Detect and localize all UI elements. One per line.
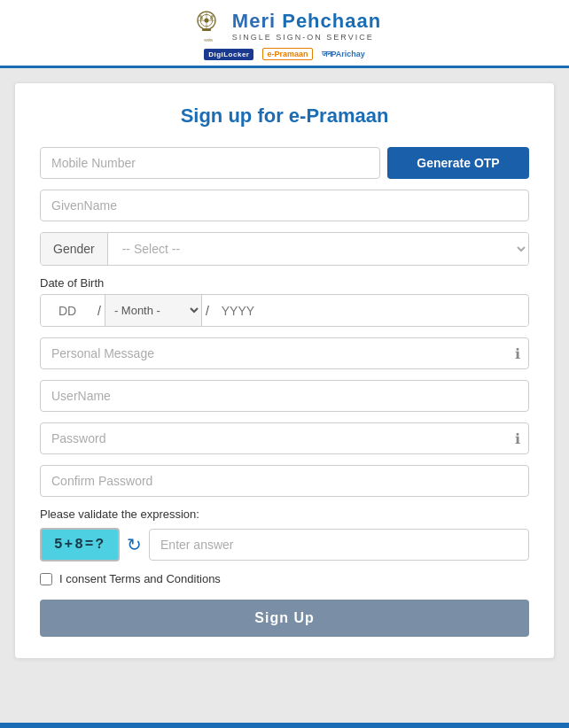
mobile-input[interactable] bbox=[40, 147, 380, 179]
captcha-image: 5+8=? bbox=[40, 528, 120, 561]
personal-message-row: ℹ bbox=[40, 337, 529, 369]
page-title: Sign up for e-Pramaan bbox=[40, 105, 529, 128]
gender-group: Gender -- Select -- Male Female Other bbox=[40, 232, 529, 266]
logo-area: सत्यमेव Meri Pehchaan Single Sign-On Ser… bbox=[188, 7, 381, 60]
gender-label: Gender bbox=[41, 233, 108, 265]
dob-separator-1: / bbox=[94, 296, 105, 326]
consent-row: I consent Terms and Conditions bbox=[40, 572, 529, 585]
dob-label: Date of Birth bbox=[40, 276, 529, 290]
username-input[interactable] bbox=[40, 380, 529, 412]
captcha-answer-input[interactable] bbox=[149, 529, 529, 561]
svg-rect-7 bbox=[202, 28, 211, 31]
dob-year-input[interactable] bbox=[213, 296, 528, 326]
signup-card: Sign up for e-Pramaan Generate OTP Gende… bbox=[14, 82, 555, 659]
gender-row: Gender -- Select -- Male Female Other bbox=[40, 232, 529, 266]
brand-subtitle: Single Sign-On Service bbox=[232, 33, 374, 42]
dob-separator-2: / bbox=[202, 296, 213, 326]
brand-part2: Pehchaan bbox=[282, 10, 381, 32]
consent-label: I consent Terms and Conditions bbox=[59, 572, 221, 585]
mobile-input-group: Generate OTP bbox=[40, 147, 529, 179]
epramaan-logo: e-Pramaan bbox=[262, 48, 312, 60]
bottom-bar bbox=[0, 723, 569, 728]
password-input[interactable] bbox=[40, 422, 529, 454]
generate-otp-button[interactable]: Generate OTP bbox=[387, 147, 529, 179]
title-brand: e-Pramaan bbox=[289, 105, 389, 127]
brand-part1: Meri bbox=[232, 10, 282, 32]
captcha-label: Please validate the expression: bbox=[40, 507, 529, 521]
given-name-row bbox=[40, 190, 529, 221]
partner-logos: DigiLocker e-Pramaan जनPArichay bbox=[204, 48, 365, 60]
gender-select[interactable]: -- Select -- Male Female Other bbox=[108, 233, 528, 265]
janparichay-logo: जनPArichay bbox=[322, 50, 365, 59]
confirm-password-input[interactable] bbox=[40, 465, 529, 497]
password-info-icon[interactable]: ℹ bbox=[515, 430, 520, 447]
emblem-icon: सत्यमेव bbox=[188, 7, 225, 44]
brand-text: Meri Pehchaan Single Sign-On Service bbox=[232, 10, 381, 42]
confirm-password-row bbox=[40, 465, 529, 497]
dob-group: / - Month - January February March April… bbox=[40, 294, 529, 327]
refresh-captcha-icon[interactable]: ↻ bbox=[127, 534, 142, 555]
brand-title: Meri Pehchaan bbox=[232, 10, 381, 33]
username-row bbox=[40, 380, 529, 412]
title-prefix: Sign up for bbox=[181, 105, 284, 127]
personal-message-info-icon[interactable]: ℹ bbox=[515, 345, 520, 362]
password-group: ℹ bbox=[40, 422, 529, 454]
header-top: सत्यमेव Meri Pehchaan Single Sign-On Ser… bbox=[188, 7, 381, 44]
given-name-input[interactable] bbox=[40, 190, 529, 221]
header: सत्यमेव Meri Pehchaan Single Sign-On Ser… bbox=[0, 0, 569, 68]
signup-button[interactable]: Sign Up bbox=[40, 600, 529, 637]
personal-message-input[interactable] bbox=[40, 337, 529, 369]
dob-row: Date of Birth / - Month - January Februa… bbox=[40, 276, 529, 327]
password-row: ℹ bbox=[40, 422, 529, 454]
consent-checkbox[interactable] bbox=[40, 573, 52, 585]
svg-text:सत्यमेव: सत्यमेव bbox=[203, 38, 214, 43]
captcha-section: Please validate the expression: 5+8=? ↻ bbox=[40, 507, 529, 561]
dob-month-select[interactable]: - Month - January February March April M… bbox=[105, 295, 202, 326]
dob-dd-input[interactable] bbox=[41, 296, 94, 326]
personal-message-group: ℹ bbox=[40, 337, 529, 369]
mobile-row: Generate OTP bbox=[40, 147, 529, 179]
captcha-row: 5+8=? ↻ bbox=[40, 528, 529, 561]
digilocker-logo: DigiLocker bbox=[204, 49, 253, 60]
